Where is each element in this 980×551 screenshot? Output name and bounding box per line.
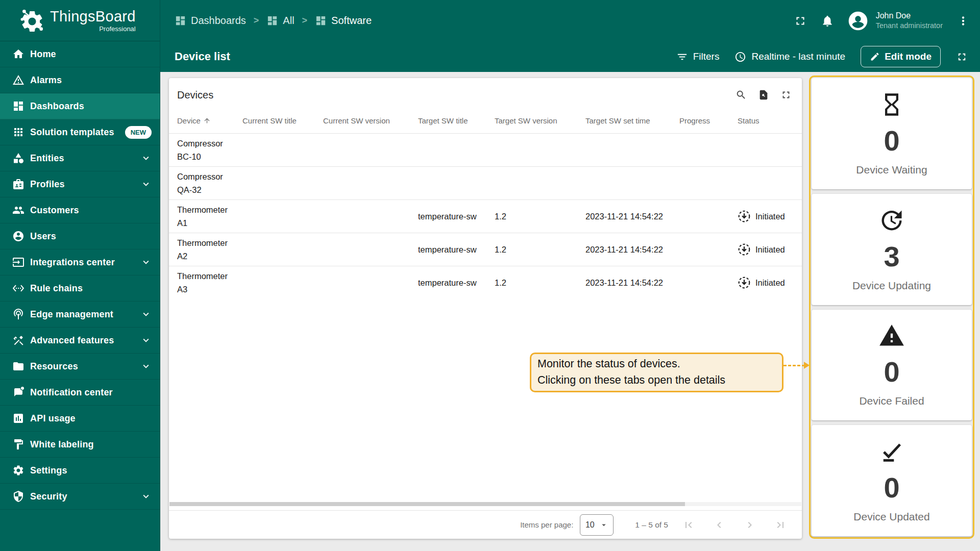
breadcrumb-separator: > (302, 15, 308, 26)
column-target-sw-set-time[interactable]: Target SW set time (585, 116, 679, 125)
sidebar: ThingsBoard Professional Home Alarms Das… (0, 0, 160, 551)
integrations-icon (12, 256, 24, 268)
sidebar-item-dashboards[interactable]: Dashboards (0, 93, 160, 119)
edge-antenna-icon (12, 308, 24, 320)
sidebar-item-profiles[interactable]: Profiles (0, 171, 160, 197)
edit-mode-button[interactable]: Edit mode (861, 46, 941, 67)
sidebar-item-white-labeling[interactable]: White labeling (0, 432, 160, 458)
folder-icon (12, 360, 24, 372)
sidebar-item-advanced-features[interactable]: Advanced features (0, 328, 160, 354)
column-current-sw-title[interactable]: Current SW title (242, 116, 323, 125)
initiated-status-icon (738, 243, 751, 256)
chevron-down-icon (140, 179, 152, 190)
fullscreen-icon[interactable] (794, 14, 807, 28)
dashboard-icon (266, 15, 278, 27)
chevron-down-icon (140, 335, 152, 346)
table-row[interactable]: ThermometerA2 temperature-sw 1.2 2023-11… (169, 233, 802, 266)
sidebar-item-edge-management[interactable]: Edge management (0, 302, 160, 328)
column-target-sw-version[interactable]: Target SW version (495, 116, 585, 125)
chevron-down-icon (140, 491, 152, 502)
toolbar-fullscreen-icon[interactable] (956, 51, 968, 63)
top-header: Dashboards > All > Software John Doe Ten… (160, 0, 980, 41)
column-status[interactable]: Status (738, 116, 794, 125)
device-failed-card[interactable]: 0 Device Failed (812, 310, 972, 421)
sidebar-item-solution-templates[interactable]: Solution templates NEW (0, 119, 160, 145)
filters-button[interactable]: Filters (676, 51, 720, 63)
chart-icon (12, 412, 24, 424)
export-file-icon[interactable] (758, 89, 769, 101)
shield-icon (12, 490, 24, 503)
device-waiting-card[interactable]: 0 Device Waiting (812, 78, 972, 189)
horizontal-scrollbar (169, 502, 801, 506)
widget-title: Devices (177, 89, 213, 101)
notifications-bell-icon[interactable] (821, 14, 834, 28)
column-progress[interactable]: Progress (679, 116, 738, 125)
check-icon (878, 438, 905, 465)
table-row[interactable]: ThermometerA1 temperature-sw 1.2 2023-11… (169, 199, 802, 233)
previous-page-icon[interactable] (713, 519, 725, 531)
breadcrumb-all[interactable]: All (266, 15, 294, 27)
column-device[interactable]: Device (177, 116, 242, 125)
column-current-sw-version[interactable]: Current SW version (323, 116, 418, 125)
widget-fullscreen-icon[interactable] (780, 89, 792, 101)
sidebar-item-rule-chains[interactable]: Rule chains (0, 276, 160, 302)
annotation-arrowhead (804, 362, 810, 369)
breadcrumb-software[interactable]: Software (315, 15, 372, 27)
device-updating-card[interactable]: 3 Device Updating (812, 194, 972, 305)
logo[interactable]: ThingsBoard Professional (0, 0, 160, 41)
initiated-status-icon (738, 276, 751, 289)
search-icon[interactable] (736, 89, 747, 101)
dashboards-icon (12, 100, 24, 112)
table-row[interactable]: CompressorBC-10 (169, 133, 802, 166)
sidebar-item-entities[interactable]: Entities (0, 145, 160, 171)
sidebar-item-alarms[interactable]: Alarms (0, 67, 160, 93)
breadcrumb-dashboards[interactable]: Dashboards (175, 15, 246, 27)
home-icon (12, 48, 24, 60)
sidebar-item-resources[interactable]: Resources (0, 354, 160, 380)
device-updated-count: 0 (884, 473, 899, 502)
table-row[interactable]: CompressorQA-32 (169, 166, 802, 199)
sort-ascending-icon (203, 117, 211, 124)
timewindow-button[interactable]: Realtime - last minute (734, 51, 845, 63)
sidebar-item-settings[interactable]: Settings (0, 458, 160, 484)
devices-table-widget: Devices Device Current SW title Current … (169, 78, 802, 539)
device-updated-card[interactable]: 0 Device Updated (812, 425, 972, 536)
sidebar-item-customers[interactable]: Customers (0, 197, 160, 223)
scrollbar-thumb[interactable] (169, 502, 685, 506)
table-row[interactable]: ThermometerA3 temperature-sw 1.2 2023-11… (169, 266, 802, 299)
sidebar-item-security[interactable]: Security (0, 484, 160, 510)
user-avatar[interactable] (848, 11, 868, 31)
user-role: Tenant administrator (876, 21, 943, 31)
device-updating-count: 3 (884, 242, 899, 271)
alarm-warning-icon (12, 74, 24, 86)
column-target-sw-title[interactable]: Target SW title (418, 116, 495, 125)
annotation-callout: Monitor the status of devices. Clicking … (530, 353, 783, 392)
sidebar-item-api-usage[interactable]: API usage (0, 406, 160, 432)
items-per-page-select[interactable]: 10 (580, 514, 614, 536)
annotation-connector-line (783, 365, 805, 366)
chevron-down-icon (140, 153, 152, 164)
table-header-row: Device Current SW title Current SW versi… (169, 108, 802, 133)
breadcrumb: Dashboards > All > Software (175, 15, 372, 27)
last-page-icon[interactable] (774, 519, 787, 531)
sidebar-item-home[interactable]: Home (0, 41, 160, 67)
first-page-icon[interactable] (682, 519, 695, 531)
warning-icon (878, 322, 905, 349)
chevron-down-icon (140, 361, 152, 372)
profiles-badge-icon (12, 178, 24, 190)
clock-icon (734, 51, 746, 63)
sidebar-item-integrations-center[interactable]: Integrations center (0, 249, 160, 276)
kebab-menu-icon[interactable] (957, 14, 970, 28)
items-per-page-label: Items per page: (520, 520, 573, 529)
notification-message-icon (12, 386, 24, 398)
users-person-icon (12, 230, 24, 242)
tools-icon (12, 334, 24, 346)
next-page-icon[interactable] (744, 519, 756, 531)
dropdown-caret-icon (599, 520, 608, 530)
dashboard-content: Devices Device Current SW title Current … (160, 72, 980, 551)
device-failed-count: 0 (884, 358, 899, 386)
page-range-label: 1 – 5 of 5 (635, 520, 668, 530)
user-name: John Doe (876, 11, 943, 21)
sidebar-item-notification-center[interactable]: Notification center (0, 380, 160, 406)
sidebar-item-users[interactable]: Users (0, 223, 160, 249)
